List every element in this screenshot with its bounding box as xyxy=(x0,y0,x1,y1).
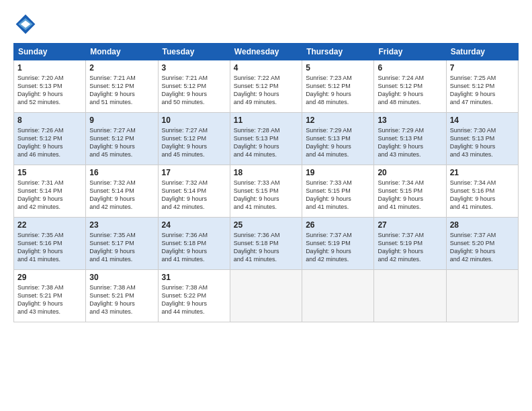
calendar-week-1: 1Sunrise: 7:20 AM Sunset: 5:13 PM Daylig… xyxy=(14,60,519,113)
page: SundayMondayTuesdayWednesdayThursdayFrid… xyxy=(0,0,532,411)
day-number: 2 xyxy=(89,63,154,73)
calendar-cell: 5Sunrise: 7:23 AM Sunset: 5:12 PM Daylig… xyxy=(302,60,374,113)
calendar-cell: 4Sunrise: 7:22 AM Sunset: 5:12 PM Daylig… xyxy=(230,60,302,113)
day-info: Sunrise: 7:36 AM Sunset: 5:18 PM Dayligh… xyxy=(234,231,298,264)
calendar-cell xyxy=(374,270,446,322)
day-info: Sunrise: 7:23 AM Sunset: 5:12 PM Dayligh… xyxy=(306,74,370,107)
day-info: Sunrise: 7:21 AM Sunset: 5:12 PM Dayligh… xyxy=(89,74,154,107)
weekday-header-saturday: Saturday xyxy=(446,44,518,60)
calendar-cell: 3Sunrise: 7:21 AM Sunset: 5:12 PM Daylig… xyxy=(158,60,230,113)
day-info: Sunrise: 7:35 AM Sunset: 5:16 PM Dayligh… xyxy=(17,231,82,264)
calendar-cell: 8Sunrise: 7:26 AM Sunset: 5:12 PM Daylig… xyxy=(14,113,86,165)
day-number: 29 xyxy=(17,273,82,282)
day-number: 8 xyxy=(17,116,82,125)
calendar-cell: 13Sunrise: 7:29 AM Sunset: 5:13 PM Dayli… xyxy=(374,113,446,165)
logo xyxy=(13,12,42,36)
day-number: 13 xyxy=(378,116,442,125)
calendar-cell: 25Sunrise: 7:36 AM Sunset: 5:18 PM Dayli… xyxy=(230,218,302,270)
day-number: 23 xyxy=(89,220,154,230)
calendar-cell: 31Sunrise: 7:38 AM Sunset: 5:22 PM Dayli… xyxy=(158,270,230,322)
day-number: 3 xyxy=(162,63,226,73)
calendar-cell: 1Sunrise: 7:20 AM Sunset: 5:13 PM Daylig… xyxy=(14,60,86,113)
weekday-header-thursday: Thursday xyxy=(302,44,374,60)
calendar-cell: 28Sunrise: 7:37 AM Sunset: 5:20 PM Dayli… xyxy=(446,218,518,270)
calendar-cell: 27Sunrise: 7:37 AM Sunset: 5:19 PM Dayli… xyxy=(374,218,446,270)
day-info: Sunrise: 7:27 AM Sunset: 5:12 PM Dayligh… xyxy=(89,126,154,159)
day-number: 4 xyxy=(234,63,298,73)
day-info: Sunrise: 7:38 AM Sunset: 5:22 PM Dayligh… xyxy=(162,283,226,316)
day-number: 17 xyxy=(162,168,226,177)
day-number: 6 xyxy=(378,63,442,73)
calendar-cell: 15Sunrise: 7:31 AM Sunset: 5:14 PM Dayli… xyxy=(14,165,86,218)
weekday-header-monday: Monday xyxy=(86,44,158,60)
day-info: Sunrise: 7:27 AM Sunset: 5:12 PM Dayligh… xyxy=(162,126,226,159)
day-info: Sunrise: 7:29 AM Sunset: 5:13 PM Dayligh… xyxy=(378,126,442,159)
day-info: Sunrise: 7:31 AM Sunset: 5:14 PM Dayligh… xyxy=(17,179,82,212)
calendar-cell: 20Sunrise: 7:34 AM Sunset: 5:15 PM Dayli… xyxy=(374,165,446,218)
day-info: Sunrise: 7:37 AM Sunset: 5:19 PM Dayligh… xyxy=(378,231,442,264)
day-number: 31 xyxy=(162,273,226,282)
day-number: 11 xyxy=(234,116,298,125)
day-info: Sunrise: 7:37 AM Sunset: 5:19 PM Dayligh… xyxy=(306,231,370,264)
day-info: Sunrise: 7:21 AM Sunset: 5:12 PM Dayligh… xyxy=(162,74,226,107)
calendar-cell: 14Sunrise: 7:30 AM Sunset: 5:13 PM Dayli… xyxy=(446,113,518,165)
day-info: Sunrise: 7:29 AM Sunset: 5:13 PM Dayligh… xyxy=(306,126,370,159)
calendar-week-5: 29Sunrise: 7:38 AM Sunset: 5:21 PM Dayli… xyxy=(14,270,519,322)
day-info: Sunrise: 7:26 AM Sunset: 5:12 PM Dayligh… xyxy=(17,126,82,159)
calendar-cell: 6Sunrise: 7:24 AM Sunset: 5:12 PM Daylig… xyxy=(374,60,446,113)
day-number: 5 xyxy=(306,63,370,73)
calendar-cell: 23Sunrise: 7:35 AM Sunset: 5:17 PM Dayli… xyxy=(86,218,158,270)
calendar-cell: 22Sunrise: 7:35 AM Sunset: 5:16 PM Dayli… xyxy=(14,218,86,270)
calendar-cell: 7Sunrise: 7:25 AM Sunset: 5:12 PM Daylig… xyxy=(446,60,518,113)
calendar-cell xyxy=(302,270,374,322)
calendar-cell: 10Sunrise: 7:27 AM Sunset: 5:12 PM Dayli… xyxy=(158,113,230,165)
day-number: 20 xyxy=(378,168,442,177)
day-number: 1 xyxy=(17,63,82,73)
day-info: Sunrise: 7:38 AM Sunset: 5:21 PM Dayligh… xyxy=(89,283,154,316)
day-number: 27 xyxy=(378,220,442,230)
day-info: Sunrise: 7:28 AM Sunset: 5:13 PM Dayligh… xyxy=(234,126,298,159)
day-info: Sunrise: 7:30 AM Sunset: 5:13 PM Dayligh… xyxy=(450,126,515,159)
calendar-week-4: 22Sunrise: 7:35 AM Sunset: 5:16 PM Dayli… xyxy=(14,218,519,270)
calendar-cell: 11Sunrise: 7:28 AM Sunset: 5:13 PM Dayli… xyxy=(230,113,302,165)
day-number: 9 xyxy=(89,116,154,125)
day-info: Sunrise: 7:37 AM Sunset: 5:20 PM Dayligh… xyxy=(450,231,515,264)
calendar-cell: 9Sunrise: 7:27 AM Sunset: 5:12 PM Daylig… xyxy=(86,113,158,165)
calendar-cell: 30Sunrise: 7:38 AM Sunset: 5:21 PM Dayli… xyxy=(86,270,158,322)
day-info: Sunrise: 7:32 AM Sunset: 5:14 PM Dayligh… xyxy=(89,179,154,212)
calendar-week-3: 15Sunrise: 7:31 AM Sunset: 5:14 PM Dayli… xyxy=(14,165,519,218)
day-info: Sunrise: 7:24 AM Sunset: 5:12 PM Dayligh… xyxy=(378,74,442,107)
day-info: Sunrise: 7:22 AM Sunset: 5:12 PM Dayligh… xyxy=(234,74,298,107)
day-number: 30 xyxy=(89,273,154,282)
weekday-header-wednesday: Wednesday xyxy=(230,44,302,60)
day-number: 25 xyxy=(234,220,298,230)
calendar-table: SundayMondayTuesdayWednesdayThursdayFrid… xyxy=(13,43,519,322)
day-number: 7 xyxy=(450,63,515,73)
day-info: Sunrise: 7:36 AM Sunset: 5:18 PM Dayligh… xyxy=(162,231,226,264)
day-number: 16 xyxy=(89,168,154,177)
calendar-cell xyxy=(446,270,518,322)
calendar-cell xyxy=(230,270,302,322)
calendar-cell: 26Sunrise: 7:37 AM Sunset: 5:19 PM Dayli… xyxy=(302,218,374,270)
day-info: Sunrise: 7:33 AM Sunset: 5:15 PM Dayligh… xyxy=(306,179,370,212)
day-number: 10 xyxy=(162,116,226,125)
day-number: 24 xyxy=(162,220,226,230)
weekday-header-tuesday: Tuesday xyxy=(158,44,230,60)
calendar-cell: 29Sunrise: 7:38 AM Sunset: 5:21 PM Dayli… xyxy=(14,270,86,322)
day-number: 12 xyxy=(306,116,370,125)
calendar-cell: 18Sunrise: 7:33 AM Sunset: 5:15 PM Dayli… xyxy=(230,165,302,218)
calendar-cell: 16Sunrise: 7:32 AM Sunset: 5:14 PM Dayli… xyxy=(86,165,158,218)
day-number: 21 xyxy=(450,168,515,177)
day-number: 18 xyxy=(234,168,298,177)
calendar-cell: 24Sunrise: 7:36 AM Sunset: 5:18 PM Dayli… xyxy=(158,218,230,270)
calendar-cell: 2Sunrise: 7:21 AM Sunset: 5:12 PM Daylig… xyxy=(86,60,158,113)
day-number: 28 xyxy=(450,220,515,230)
day-info: Sunrise: 7:32 AM Sunset: 5:14 PM Dayligh… xyxy=(162,179,226,212)
day-number: 22 xyxy=(17,220,82,230)
day-info: Sunrise: 7:34 AM Sunset: 5:16 PM Dayligh… xyxy=(450,179,515,212)
day-info: Sunrise: 7:35 AM Sunset: 5:17 PM Dayligh… xyxy=(89,231,154,264)
day-info: Sunrise: 7:38 AM Sunset: 5:21 PM Dayligh… xyxy=(17,283,82,316)
calendar-cell: 21Sunrise: 7:34 AM Sunset: 5:16 PM Dayli… xyxy=(446,165,518,218)
calendar-week-2: 8Sunrise: 7:26 AM Sunset: 5:12 PM Daylig… xyxy=(14,113,519,165)
day-info: Sunrise: 7:20 AM Sunset: 5:13 PM Dayligh… xyxy=(17,74,82,107)
